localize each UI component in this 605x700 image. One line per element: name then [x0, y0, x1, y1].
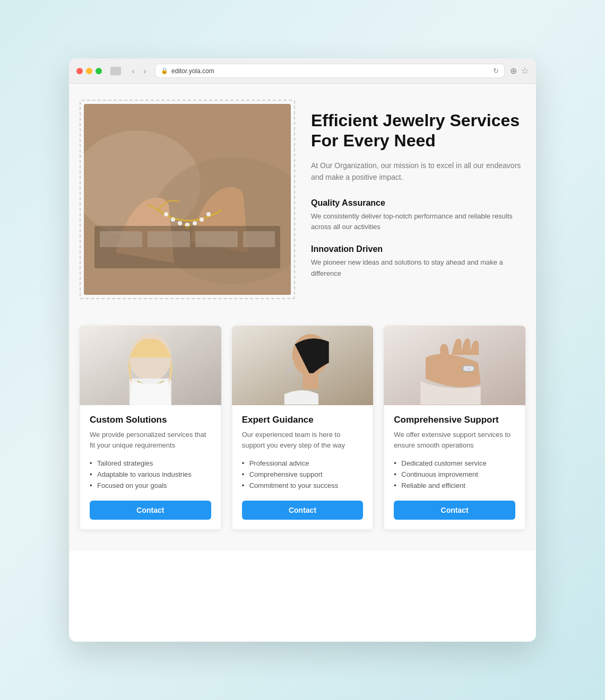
hero-image-wrapper [80, 100, 295, 299]
svg-rect-28 [466, 368, 471, 370]
card-3-description: We offer extensive support services to e… [394, 430, 515, 450]
share-icon[interactable]: ⊕ [510, 66, 517, 76]
back-button[interactable]: ‹ [128, 66, 138, 76]
card-3-contact-button[interactable]: Contact [394, 501, 515, 520]
address-bar[interactable]: 🔒 editor.yola.com ↻ [155, 64, 505, 78]
url-text: editor.yola.com [171, 67, 490, 75]
card-2-list: Professional advice Comprehensive suppor… [242, 458, 364, 491]
page-content: Efficient Jewelry Services For Every Nee… [69, 84, 536, 551]
feature-quality: Quality Assurance We consistently delive… [311, 198, 525, 233]
cards-section: Custom Solutions We provide personalized… [80, 326, 525, 530]
card-2-description: Our experienced team is here to support … [242, 430, 364, 450]
feature-innovation-title: Innovation Driven [311, 244, 525, 254]
hero-image-content [84, 104, 291, 295]
feature-innovation-desc: We pioneer new ideas and solutions to st… [311, 257, 525, 279]
list-item: Professional advice [242, 458, 364, 469]
close-button[interactable] [76, 68, 83, 74]
card-image-1 [80, 326, 221, 405]
svg-rect-12 [100, 231, 142, 247]
card-3-body: Comprehensive Support We offer extensive… [384, 405, 525, 530]
browser-chrome: ‹ › 🔒 editor.yola.com ↻ ⊕ ☆ [69, 58, 536, 84]
svg-point-10 [206, 212, 211, 216]
list-item: Focused on your goals [90, 480, 211, 491]
card-1-title: Custom Solutions [90, 415, 211, 425]
card-3-list: Dedicated customer service Continuous im… [394, 458, 515, 491]
list-item: Comprehensive support [242, 469, 364, 480]
svg-rect-15 [243, 231, 275, 247]
feature-quality-title: Quality Assurance [311, 198, 525, 208]
svg-point-4 [164, 212, 168, 216]
feature-innovation: Innovation Driven We pioneer new ideas a… [311, 244, 525, 279]
feature-quality-desc: We consistently deliver top-notch perfor… [311, 211, 525, 233]
list-item: Adaptable to various industries [90, 469, 211, 480]
browser-window: ‹ › 🔒 editor.yola.com ↻ ⊕ ☆ [69, 58, 536, 642]
minimize-button[interactable] [86, 68, 92, 74]
card-2-body: Expert Guidance Our experienced team is … [232, 405, 374, 530]
svg-point-9 [200, 217, 204, 222]
card-image-3 [384, 326, 525, 405]
forward-button[interactable]: › [140, 66, 150, 76]
card-2-title: Expert Guidance [242, 415, 364, 425]
bookmark-icon[interactable]: ☆ [521, 66, 529, 76]
hero-section: Efficient Jewelry Services For Every Nee… [80, 100, 525, 299]
card-1-body: Custom Solutions We provide personalized… [80, 405, 221, 530]
traffic-lights [76, 68, 102, 74]
card-custom-solutions: Custom Solutions We provide personalized… [80, 326, 221, 530]
tab-icon [110, 67, 121, 75]
svg-point-6 [178, 221, 182, 225]
list-item: Tailored strategies [90, 458, 211, 469]
list-item: Continuous improvement [394, 469, 515, 480]
card-1-description: We provide personalized services that fi… [90, 430, 211, 450]
list-item: Dedicated customer service [394, 458, 515, 469]
dashed-border [80, 100, 295, 299]
svg-point-8 [193, 221, 197, 225]
card-1-contact-button[interactable]: Contact [90, 501, 211, 520]
nav-arrows: ‹ › [128, 66, 150, 76]
hero-svg [84, 104, 291, 295]
svg-rect-23 [302, 373, 318, 389]
svg-point-5 [171, 217, 175, 222]
list-item: Commitment to your success [242, 480, 364, 491]
card-3-title: Comprehensive Support [394, 415, 515, 425]
list-item: Reliable and efficient [394, 480, 515, 491]
card-1-list: Tailored strategies Adaptable to various… [90, 458, 211, 491]
card-2-contact-button[interactable]: Contact [242, 501, 364, 520]
hero-image [84, 104, 291, 295]
card-expert-guidance: Expert Guidance Our experienced team is … [232, 326, 374, 530]
svg-rect-13 [148, 231, 190, 247]
browser-actions: ⊕ ☆ [510, 66, 529, 76]
refresh-icon[interactable]: ↻ [493, 67, 499, 75]
card-comprehensive-support: Comprehensive Support We offer extensive… [384, 326, 525, 530]
lock-icon: 🔒 [161, 67, 168, 74]
hero-text: Efficient Jewelry Services For Every Nee… [311, 100, 525, 291]
hero-title: Efficient Jewelry Services For Every Nee… [311, 110, 525, 151]
card-image-2 [232, 326, 374, 405]
svg-rect-14 [195, 231, 238, 247]
maximize-button[interactable] [96, 68, 102, 74]
hero-description: At Our Organization, our mission is to e… [311, 160, 525, 183]
